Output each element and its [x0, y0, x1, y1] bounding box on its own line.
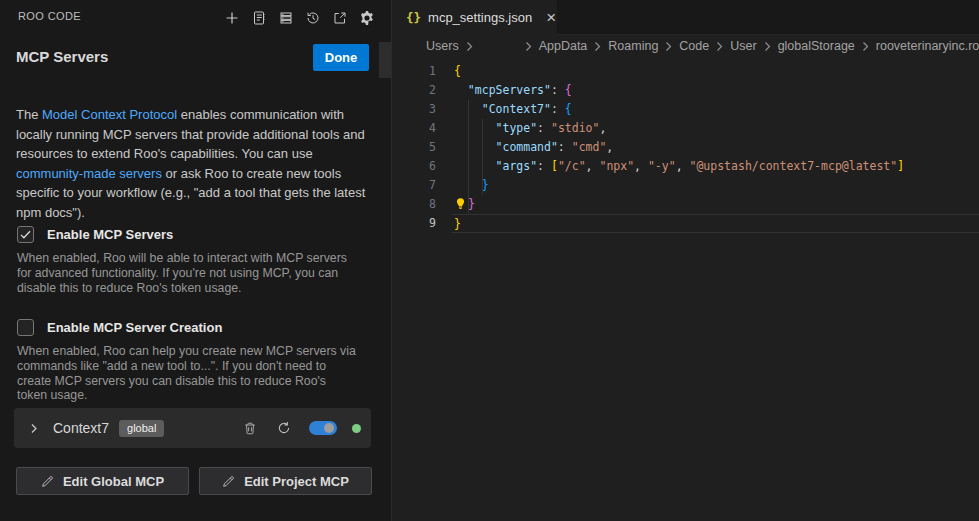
- sidebar-scrollbar-thumb[interactable]: [379, 42, 391, 78]
- open-external-icon[interactable]: [330, 8, 349, 27]
- enable-mcp-creation-checkbox[interactable]: Enable MCP Server Creation: [17, 319, 222, 336]
- edit-global-mcp-button[interactable]: Edit Global MCP: [16, 467, 189, 495]
- code-line: 9}: [392, 214, 979, 233]
- refresh-icon[interactable]: [275, 419, 293, 437]
- chevron-right-icon[interactable]: [28, 419, 40, 437]
- sidebar-toolbar: [222, 8, 376, 27]
- code-line-text: }: [454, 176, 979, 195]
- edit-project-mcp-label: Edit Project MCP: [244, 474, 349, 489]
- breadcrumb-chevron-icon: [465, 41, 474, 52]
- code-line-text: }: [454, 195, 979, 214]
- line-number: 4: [392, 119, 436, 138]
- lightbulb-icon[interactable]: [454, 197, 468, 211]
- code-line: 5 "command": "cmd",: [392, 138, 979, 157]
- tab-label: mcp_settings.json: [428, 10, 532, 25]
- server-name: Context7: [53, 420, 109, 436]
- page-title: MCP Servers: [16, 48, 108, 65]
- breadcrumb-chevron-icon: [664, 41, 673, 52]
- history-icon[interactable]: [303, 8, 322, 27]
- server-status-dot: [352, 424, 361, 433]
- code-line: 1{: [392, 62, 979, 81]
- mcp-protocol-link[interactable]: Model Context Protocol: [42, 107, 177, 122]
- checkbox-box[interactable]: [17, 226, 34, 243]
- enable-mcp-servers-checkbox[interactable]: Enable MCP Servers: [17, 226, 173, 243]
- code-line-text: }: [452, 214, 979, 233]
- line-number: 9: [392, 214, 436, 233]
- line-number: 3: [392, 100, 436, 119]
- mcp-server-icon[interactable]: [276, 8, 295, 27]
- toggle-knob: [324, 423, 334, 433]
- checkbox-label: Enable MCP Servers: [47, 227, 173, 242]
- breadcrumb-item[interactable]: User: [730, 39, 756, 53]
- code-line: 4 "type": "stdio",: [392, 119, 979, 138]
- edit-global-mcp-label: Edit Global MCP: [63, 474, 164, 489]
- line-number: 6: [392, 157, 436, 176]
- code-line-text: "args": ["/c", "npx", "-y", "@upstash/co…: [454, 157, 979, 176]
- breadcrumb-item[interactable]: Roaming: [608, 39, 658, 53]
- code-editor[interactable]: 1{2 "mcpServers": {3 "Context7": {4 "typ…: [392, 57, 979, 233]
- indent-guide: [482, 119, 483, 195]
- line-number: 5: [392, 138, 436, 157]
- line-number: 8: [392, 195, 436, 214]
- code-line-text: "Context7": {: [454, 100, 979, 119]
- check-icon: [19, 228, 32, 241]
- checkbox-label: Enable MCP Server Creation: [47, 320, 222, 335]
- intro-paragraph: The Model Context Protocol enables commu…: [16, 105, 372, 222]
- edit-buttons-row: Edit Global MCP Edit Project MCP: [16, 467, 372, 495]
- breadcrumb-item[interactable]: AppData: [539, 39, 588, 53]
- breadcrumb-item[interactable]: Code: [679, 39, 709, 53]
- breadcrumb-chevron-icon: [715, 41, 724, 52]
- notepad-icon[interactable]: [249, 8, 268, 27]
- pencil-icon: [41, 475, 54, 488]
- pencil-icon: [222, 475, 235, 488]
- enable-mcp-creation-description: When enabled, Roo can help you create ne…: [17, 344, 357, 403]
- code-line: 6 "args": ["/c", "npx", "-y", "@upstash/…: [392, 157, 979, 176]
- intro-text-1: The: [16, 107, 42, 122]
- code-line: 3 "Context7": {: [392, 100, 979, 119]
- gear-icon[interactable]: [357, 8, 376, 27]
- code-lines: 1{2 "mcpServers": {3 "Context7": {4 "typ…: [392, 62, 979, 233]
- server-row-context7[interactable]: Context7 global: [14, 408, 371, 448]
- close-icon[interactable]: ×: [546, 9, 556, 26]
- breadcrumb-item[interactable]: rooveterinaryinc.roo-cline: [876, 39, 979, 53]
- community-servers-link[interactable]: community-made servers: [16, 166, 162, 181]
- server-enabled-toggle[interactable]: [309, 421, 337, 435]
- roo-code-sidebar: ROO CODE MCP Servers Done The Model Cont…: [0, 0, 392, 521]
- breadcrumb-item[interactable]: Users: [426, 39, 459, 53]
- tab-mcp-settings[interactable]: {} mcp_settings.json ×: [392, 0, 557, 35]
- enable-mcp-servers-description: When enabled, Roo will be able to intera…: [17, 251, 357, 295]
- json-icon: {}: [406, 10, 421, 25]
- editor-tab-bar: {} mcp_settings.json ×: [392, 0, 979, 35]
- checkbox-box[interactable]: [17, 319, 34, 336]
- indent-guide: [468, 100, 469, 214]
- line-number: 1: [392, 62, 436, 81]
- editor-pane: {} mcp_settings.json × UsersAppDataRoami…: [392, 0, 979, 521]
- breadcrumb-chevron-icon: [763, 41, 772, 52]
- extension-title: ROO CODE: [18, 10, 81, 22]
- plus-icon[interactable]: [222, 8, 241, 27]
- code-line-text: "mcpServers": {: [454, 81, 979, 100]
- code-line: 7 }: [392, 176, 979, 195]
- code-line-text: "type": "stdio",: [454, 119, 979, 138]
- trash-icon[interactable]: [241, 419, 259, 437]
- breadcrumb-chevron-icon: [593, 41, 602, 52]
- code-line-text: "command": "cmd",: [454, 138, 979, 157]
- code-line: 8}: [392, 195, 979, 214]
- server-scope-badge: global: [119, 420, 164, 437]
- breadcrumb-item[interactable]: globalStorage: [778, 39, 855, 53]
- line-number: 7: [392, 176, 436, 195]
- breadcrumb: UsersAppDataRoamingCodeUserglobalStorage…: [392, 35, 979, 57]
- breadcrumb-chevron-icon: [861, 41, 870, 52]
- code-line: 2 "mcpServers": {: [392, 81, 979, 100]
- breadcrumb-chevron-icon: [524, 41, 533, 52]
- line-number: 2: [392, 81, 436, 100]
- code-line-text: {: [454, 62, 979, 81]
- done-button[interactable]: Done: [313, 44, 369, 71]
- edit-project-mcp-button[interactable]: Edit Project MCP: [199, 467, 372, 495]
